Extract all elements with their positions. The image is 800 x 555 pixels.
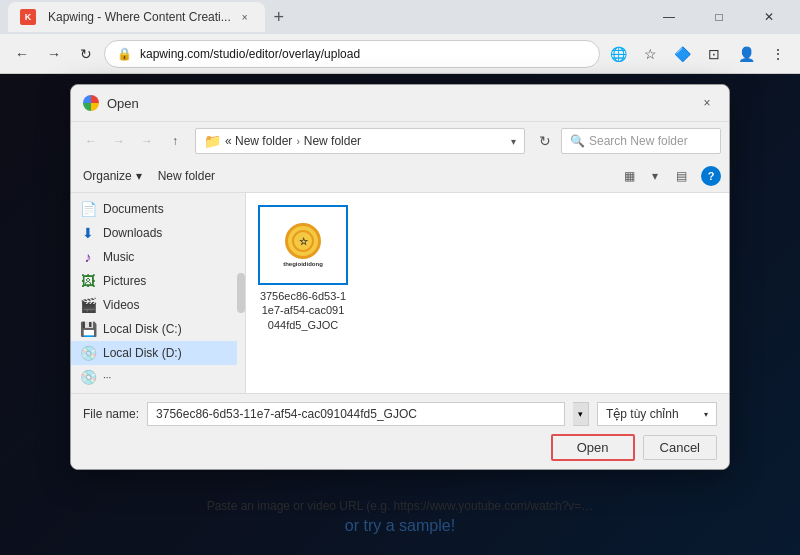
path-bar[interactable]: 📁 « New folder › New folder ▾	[195, 128, 525, 154]
music-icon: ♪	[79, 249, 97, 265]
nav-actions: 🌐 ☆ 🔷 ⊡ 👤 ⋮	[604, 40, 792, 68]
close-button[interactable]: ✕	[746, 0, 792, 34]
bookmark-icon[interactable]: ☆	[636, 40, 664, 68]
minimize-button[interactable]: —	[646, 0, 692, 34]
lock-icon: 🔒	[117, 47, 132, 61]
menu-icon[interactable]: ⋮	[764, 40, 792, 68]
svg-text:☆: ☆	[299, 236, 309, 247]
file-item[interactable]: ☆ thegioididong 3756ec86-6d53-11e7-af54-…	[258, 205, 348, 332]
dialog-body: 📄 Documents ⬇ Downloads ♪ Music 🖼 Pictur…	[71, 193, 729, 393]
thumb-image: ☆ thegioididong	[260, 207, 346, 283]
sidebar-label-documents: Documents	[103, 202, 164, 216]
sidebar-item-videos[interactable]: 🎬 Videos	[71, 293, 245, 317]
address-text: kapwing.com/studio/editor/overlay/upload	[140, 47, 587, 61]
address-bar[interactable]: 🔒 kapwing.com/studio/editor/overlay/uplo…	[104, 40, 600, 68]
dialog-forward-button[interactable]: →	[107, 129, 131, 153]
cast-icon[interactable]: ⊡	[700, 40, 728, 68]
sidebar-scrollbar-thumb	[237, 273, 245, 313]
view-dropdown-icon[interactable]: ▾	[643, 164, 667, 188]
new-folder-button[interactable]: New folder	[154, 167, 219, 185]
cancel-button[interactable]: Cancel	[643, 435, 717, 460]
open-button[interactable]: Open	[551, 434, 635, 461]
back-button[interactable]: ←	[8, 40, 36, 68]
file-name-dropdown[interactable]: ▾	[573, 402, 589, 426]
chrome-icon	[83, 95, 99, 111]
view-list-icon[interactable]: ▤	[669, 164, 693, 188]
file-name-label: 3756ec86-6d53-11e7-af54-cac091044fd5_GJO…	[260, 289, 346, 332]
logo-text: thegioididong	[283, 261, 323, 267]
browser-frame: K Kapwing - Where Content Creati... × + …	[0, 0, 800, 74]
documents-icon: 📄	[79, 201, 97, 217]
organize-button[interactable]: Organize ▾	[79, 167, 146, 185]
pictures-icon: 🖼	[79, 273, 97, 289]
dialog-footer: File name: ▾ Tệp tùy chỉnh ▾ Open Cancel	[71, 393, 729, 469]
path-dropdown-icon[interactable]: ▾	[511, 136, 516, 147]
avatar-icon[interactable]: 👤	[732, 40, 760, 68]
file-name-input[interactable]	[147, 402, 565, 426]
dialog-back-button[interactable]: ←	[79, 129, 103, 153]
path-current: New folder	[304, 134, 361, 148]
file-open-dialog: Open × ← → → ↑ 📁 « New folder › New fold…	[70, 84, 730, 470]
path-arrow: ›	[296, 136, 299, 147]
view-buttons: ▦ ▾ ▤	[617, 164, 693, 188]
sidebar-label-pictures: Pictures	[103, 274, 146, 288]
extension-icon[interactable]: 🔷	[668, 40, 696, 68]
sidebar-item-extra[interactable]: 💿 ···	[71, 365, 245, 389]
dialog-close-button[interactable]: ×	[697, 93, 717, 113]
dialog-forward2-button[interactable]: →	[135, 129, 159, 153]
dialog-title-bar: Open ×	[71, 85, 729, 122]
forward-button[interactable]: →	[40, 40, 68, 68]
sidebar-label-extra: ···	[103, 372, 111, 383]
sidebar-item-pictures[interactable]: 🖼 Pictures	[71, 269, 245, 293]
footer-row1: File name: ▾ Tệp tùy chỉnh ▾	[83, 402, 717, 426]
dialog-search-bar[interactable]: 🔍 Search New folder	[561, 128, 721, 154]
active-tab[interactable]: K Kapwing - Where Content Creati... ×	[8, 2, 265, 32]
dialog-up-button[interactable]: ↑	[163, 129, 187, 153]
translate-icon[interactable]: 🌐	[604, 40, 632, 68]
sidebar-label-downloads: Downloads	[103, 226, 162, 240]
sidebar-item-downloads[interactable]: ⬇ Downloads	[71, 221, 245, 245]
sidebar-label-disk-d: Local Disk (D:)	[103, 346, 182, 360]
file-type-select[interactable]: Tệp tùy chỉnh ▾	[597, 402, 717, 426]
dialog-file-area: ☆ thegioididong 3756ec86-6d53-11e7-af54-…	[246, 193, 729, 393]
logo-circle: ☆	[285, 223, 321, 259]
help-button[interactable]: ?	[701, 166, 721, 186]
refresh-button[interactable]: ↻	[72, 40, 100, 68]
favicon-icon: K	[20, 9, 36, 25]
sidebar-label-disk-c: Local Disk (C:)	[103, 322, 182, 336]
dialog-nav-bar: ← → → ↑ 📁 « New folder › New folder ▾ ↻ …	[71, 122, 729, 160]
path-folder-icon: 📁	[204, 133, 221, 149]
window-controls: — □ ✕	[646, 0, 792, 34]
tab-close-button[interactable]: ×	[237, 9, 253, 25]
dialog-refresh-button[interactable]: ↻	[533, 129, 557, 153]
file-thumbnail: ☆ thegioididong	[258, 205, 348, 285]
file-type-arrow: ▾	[704, 410, 708, 419]
disk-c-icon: 💾	[79, 321, 97, 337]
videos-icon: 🎬	[79, 297, 97, 313]
search-icon: 🔍	[570, 134, 585, 148]
file-type-label: Tệp tùy chỉnh	[606, 407, 679, 421]
sidebar-label-videos: Videos	[103, 298, 139, 312]
sidebar-label-music: Music	[103, 250, 134, 264]
sidebar-item-documents[interactable]: 📄 Documents	[71, 197, 245, 221]
file-name-label-text: File name:	[83, 407, 139, 421]
nav-bar: ← → ↻ 🔒 kapwing.com/studio/editor/overla…	[0, 34, 800, 74]
dialog-sidebar: 📄 Documents ⬇ Downloads ♪ Music 🖼 Pictur…	[71, 193, 246, 393]
footer-row2: Open Cancel	[83, 434, 717, 461]
maximize-button[interactable]: □	[696, 0, 742, 34]
disk-d-icon: 💿	[79, 345, 97, 361]
tab-title: Kapwing - Where Content Creati...	[48, 10, 231, 24]
thumb-logo: ☆ thegioididong	[283, 223, 323, 267]
sidebar-item-music[interactable]: ♪ Music	[71, 245, 245, 269]
search-placeholder: Search New folder	[589, 134, 688, 148]
sidebar-scrollbar[interactable]	[237, 193, 245, 393]
modal-overlay: Open × ← → → ↑ 📁 « New folder › New fold…	[0, 74, 800, 555]
dialog-toolbar: Organize ▾ New folder ▦ ▾ ▤ ?	[71, 160, 729, 193]
sidebar-item-disk-d[interactable]: 💿 Local Disk (D:)	[71, 341, 245, 365]
sidebar-item-disk-c[interactable]: 💾 Local Disk (C:)	[71, 317, 245, 341]
logo-svg: ☆	[291, 229, 315, 253]
view-large-icon[interactable]: ▦	[617, 164, 641, 188]
title-bar: K Kapwing - Where Content Creati... × + …	[0, 0, 800, 34]
path-prefix: « New folder	[225, 134, 292, 148]
new-tab-button[interactable]: +	[265, 3, 293, 31]
